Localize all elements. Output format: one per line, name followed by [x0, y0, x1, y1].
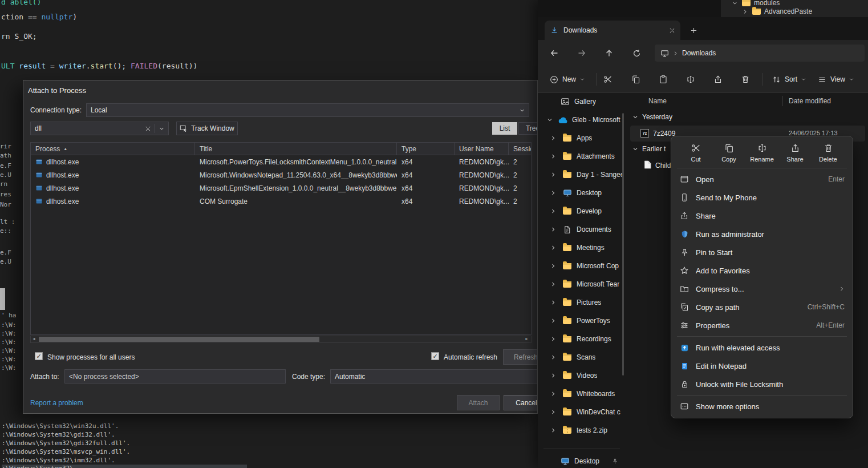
copy-action[interactable]: Copy	[716, 143, 742, 163]
sidebar-item-desktop[interactable]: Desktop	[538, 184, 623, 202]
cut-action[interactable]: Cut	[683, 143, 709, 163]
chevron-right-icon[interactable]	[550, 208, 557, 214]
chevron-right-icon[interactable]	[550, 190, 557, 196]
cancel-button[interactable]: Cancel	[504, 395, 538, 410]
sidebar-item-videos[interactable]: Videos	[538, 366, 623, 385]
chevron-right-icon[interactable]	[550, 135, 557, 141]
menu-item-add-to-favorites[interactable]: Add to Favorites	[671, 261, 853, 280]
connection-type-dropdown[interactable]: Local	[86, 103, 529, 117]
chevron-right-icon[interactable]	[550, 263, 557, 269]
table-row[interactable]: dllhost.exe Microsoft.EpmShellExtension_…	[31, 181, 531, 195]
sidebar-item-tests-zip[interactable]: tests 2.zip	[538, 421, 623, 439]
chevron-right-icon[interactable]	[550, 154, 557, 159]
tab-close-icon[interactable]	[670, 28, 675, 33]
menu-item-open[interactable]: Open Enter	[671, 170, 853, 188]
chevron-right-icon[interactable]	[550, 373, 557, 378]
rename-button[interactable]	[680, 71, 701, 88]
scroll-left-icon[interactable]: ◄	[32, 337, 36, 341]
sidebar-item-attachments[interactable]: Attachments	[538, 147, 623, 166]
group-header-yesterday[interactable]: Yesterday	[632, 113, 672, 121]
breadcrumb[interactable]: Downloads	[682, 49, 716, 57]
chevron-right-icon[interactable]	[550, 409, 557, 415]
chevron-down-icon[interactable]	[632, 114, 638, 120]
new-button[interactable]: New	[545, 71, 590, 88]
sidebar-item-microsoft-cop[interactable]: Microsoft Cop	[538, 257, 623, 275]
sidebar-item-scans[interactable]: Scans	[538, 348, 623, 366]
view-button[interactable]: View	[813, 71, 859, 88]
menu-item-run-elevated[interactable]: Run with elevated access	[671, 338, 853, 357]
chevron-right-icon[interactable]	[550, 300, 557, 305]
track-window-button[interactable]: Track Window	[176, 122, 238, 135]
chevron-right-icon[interactable]	[550, 245, 557, 251]
table-row[interactable]: dllhost.exe Microsoft.PowerToys.FileLock…	[31, 155, 531, 168]
tab-downloads[interactable]: Downloads	[545, 21, 680, 40]
paste-button[interactable]	[653, 71, 674, 88]
chevron-down-icon[interactable]	[159, 126, 164, 131]
column-header-process[interactable]: Process▲	[31, 143, 195, 155]
sidebar-item-windevchat[interactable]: WinDevChat c	[538, 403, 623, 421]
chevron-right-icon[interactable]	[550, 336, 557, 342]
menu-item-send-to-phone[interactable]: Send to My Phone	[671, 188, 853, 207]
chevron-down-icon[interactable]	[547, 117, 554, 123]
sort-button[interactable]: Sort	[767, 71, 811, 88]
tree-item-advancedpaste[interactable]: AdvancedPaste	[721, 7, 868, 16]
sidebar-scrollbar[interactable]	[622, 113, 624, 376]
chevron-right-icon[interactable]	[550, 281, 557, 287]
tree-view-toggle[interactable]: Tree	[518, 122, 538, 135]
attach-to-field[interactable]: <No process selected>	[64, 369, 286, 384]
chevron-right-icon[interactable]	[550, 354, 557, 360]
delete-button[interactable]	[735, 71, 756, 88]
menu-item-edit-in-notepad[interactable]: Edit in Notepad	[671, 357, 853, 375]
cut-button[interactable]	[598, 71, 618, 88]
list-view-toggle[interactable]: List	[492, 122, 517, 135]
column-header-type[interactable]: Type	[397, 143, 455, 155]
attach-button[interactable]: Attach	[457, 395, 500, 410]
share-button[interactable]	[708, 71, 728, 88]
copy-button[interactable]	[626, 71, 646, 88]
scrollbar-thumb[interactable]	[39, 337, 319, 342]
table-row[interactable]: dllhost.exe COM Surrogate x64 REDMOND\gk…	[31, 195, 531, 208]
sidebar-item-recordings[interactable]: Recordings	[538, 330, 623, 348]
sidebar-item-meetings[interactable]: Meetings	[538, 239, 623, 257]
menu-item-show-more-options[interactable]: Show more options	[671, 397, 853, 415]
horizontal-scrollbar[interactable]: ◄ ►	[30, 336, 532, 343]
group-header-earlier[interactable]: Earlier t	[632, 145, 666, 153]
refresh-button[interactable]: Refresh	[503, 349, 538, 365]
sidebar-item-day1[interactable]: Day 1 - Sangee	[538, 166, 623, 184]
chevron-right-icon[interactable]	[550, 227, 557, 232]
back-button[interactable]	[546, 45, 563, 62]
process-filter-input[interactable]: dll	[30, 122, 169, 135]
menu-item-unlock-file-locksmith[interactable]: Unlock with File Locksmith	[671, 375, 853, 393]
menu-item-run-as-administrator[interactable]: Run as administrator	[671, 225, 853, 243]
share-action[interactable]: Share	[782, 143, 808, 163]
new-tab-button[interactable]	[687, 24, 700, 37]
chevron-down-icon[interactable]	[632, 146, 638, 152]
sidebar-item-gallery[interactable]: Gallery	[538, 92, 623, 111]
code-type-field[interactable]: Automatic	[330, 369, 538, 384]
column-header-date-modified[interactable]: Date modified	[789, 97, 831, 105]
chevron-right-icon[interactable]	[550, 427, 557, 433]
auto-refresh-checkbox[interactable]: ✓	[431, 352, 439, 360]
delete-action[interactable]: Delete	[815, 143, 841, 163]
sidebar-item-develop[interactable]: Develop	[538, 202, 623, 220]
chevron-right-icon[interactable]	[550, 391, 557, 397]
sidebar-item-microsoft-tear[interactable]: Microsoft Tear	[538, 275, 623, 293]
refresh-button[interactable]	[628, 45, 645, 62]
sidebar-item-whiteboards[interactable]: Whiteboards	[538, 385, 623, 403]
menu-item-share[interactable]: Share	[671, 207, 853, 225]
menu-item-properties[interactable]: Properties Alt+Enter	[671, 316, 853, 334]
sidebar-item-pictures[interactable]: Pictures	[538, 293, 623, 312]
show-processes-checkbox[interactable]: ✓	[35, 352, 43, 360]
scrollbar-thumb[interactable]	[0, 288, 5, 310]
column-header-title[interactable]: Title	[195, 143, 397, 155]
menu-item-pin-to-start[interactable]: Pin to Start	[671, 243, 853, 261]
clear-filter-icon[interactable]	[145, 126, 151, 131]
sidebar-item-apps[interactable]: Apps	[538, 129, 623, 147]
sidebar-item-desktop-pinned[interactable]: Desktop	[538, 453, 623, 468]
file-name[interactable]: Childl	[655, 162, 672, 170]
report-problem-link[interactable]: Report a problem	[30, 399, 83, 407]
menu-item-compress-to[interactable]: Compress to...	[671, 280, 853, 298]
menu-item-copy-as-path[interactable]: Copy as path Ctrl+Shift+C	[671, 298, 853, 316]
chevron-right-icon[interactable]	[550, 318, 557, 324]
column-header-name[interactable]: Name	[648, 97, 667, 105]
